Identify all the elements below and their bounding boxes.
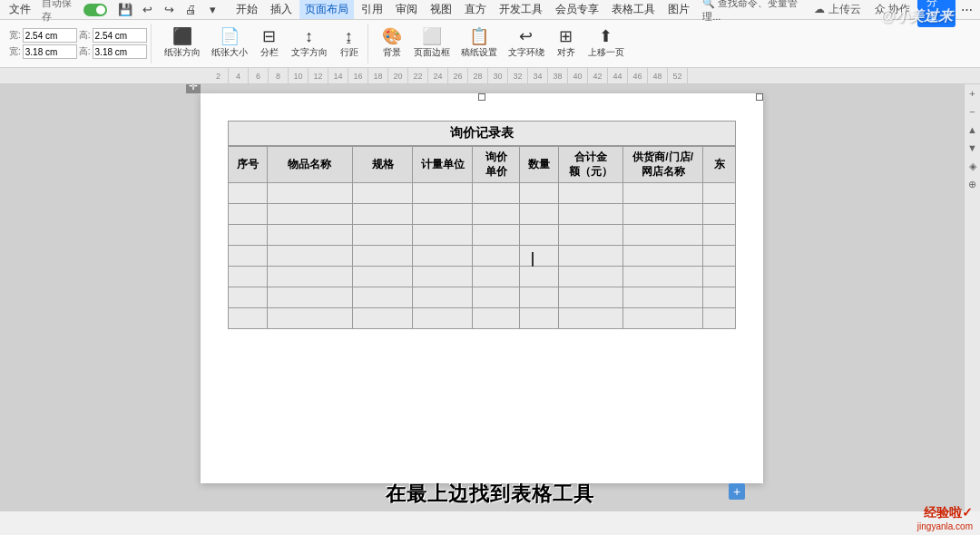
sidebar-scroll-up[interactable]: ▲ (966, 124, 979, 137)
table-cell[interactable] (520, 204, 559, 225)
table-cell[interactable] (353, 204, 413, 225)
table-cell[interactable] (267, 225, 353, 246)
table-cell[interactable] (520, 183, 559, 204)
table-cell[interactable] (473, 287, 520, 308)
table-cell[interactable] (622, 204, 703, 225)
table-cell[interactable] (703, 308, 736, 329)
menu-vip[interactable]: 会员专享 (550, 0, 604, 19)
sidebar-icon-2[interactable]: ⊕ (966, 179, 979, 191)
table-cell[interactable] (413, 204, 473, 225)
bg-btn[interactable]: 🎨 背景 (377, 25, 407, 62)
columns-btn[interactable]: ⊟ 分栏 (255, 25, 284, 62)
sidebar-zoom-out[interactable]: − (966, 106, 979, 119)
undo-icon[interactable]: ↩ (138, 2, 156, 18)
align-btn[interactable]: ⊞ 对齐 (552, 25, 581, 62)
table-cell[interactable] (622, 267, 703, 287)
table-cell[interactable] (267, 183, 353, 204)
table-cell[interactable] (229, 308, 268, 329)
table-cell[interactable] (267, 267, 353, 287)
menu-start[interactable]: 开始 (230, 0, 263, 19)
table-cell[interactable] (413, 267, 473, 287)
table-cell[interactable] (558, 246, 622, 267)
width-input[interactable] (23, 28, 77, 43)
table-cell[interactable] (229, 267, 268, 287)
table-cell[interactable] (558, 308, 622, 329)
table-cell[interactable] (703, 204, 736, 225)
menu-file[interactable]: 文件 (4, 0, 36, 19)
table-cell[interactable] (473, 204, 520, 225)
more-menu-icon[interactable]: ⋯ (957, 3, 976, 16)
menu-insert[interactable]: 插入 (265, 0, 298, 19)
table-cell[interactable] (703, 267, 736, 287)
table-cell[interactable] (520, 308, 559, 329)
menu-review[interactable]: 审阅 (390, 0, 423, 19)
table-cell[interactable] (413, 225, 473, 246)
table-cell[interactable] (622, 308, 703, 329)
table-cell[interactable] (353, 246, 413, 267)
text-wrap-btn[interactable]: ↩ 文字环绕 (505, 25, 548, 62)
save-icon[interactable]: 💾 (116, 2, 134, 18)
menu-reference[interactable]: 引用 (356, 0, 388, 19)
menu-view[interactable]: 视图 (425, 0, 457, 19)
table-cell[interactable] (520, 287, 559, 308)
more-icon[interactable]: ▾ (203, 2, 221, 18)
cloud-upload[interactable]: ☁ 上传云 (808, 0, 866, 19)
share-button[interactable]: 分享 (917, 0, 956, 27)
table-row[interactable] (229, 183, 736, 204)
resize-handle-topright[interactable] (756, 93, 763, 101)
menu-histogram[interactable]: 直方 (459, 0, 492, 19)
resize-handle-top[interactable] (478, 93, 485, 101)
table-cell[interactable] (353, 183, 413, 204)
table-cell[interactable] (229, 183, 268, 204)
table-cell[interactable] (413, 246, 473, 267)
table-cell[interactable] (229, 287, 268, 308)
table-cell[interactable] (413, 308, 473, 329)
table-cell[interactable] (229, 246, 268, 267)
page-border-btn[interactable]: ⬜ 页面边框 (410, 25, 454, 62)
table-cell[interactable] (558, 287, 622, 308)
table-cell[interactable] (703, 287, 736, 308)
menu-picture[interactable]: 图片 (662, 0, 695, 19)
table-cell[interactable] (703, 183, 736, 204)
table-cell[interactable] (558, 225, 622, 246)
table-cell[interactable] (558, 204, 622, 225)
menu-devtools[interactable]: 开发工具 (494, 0, 548, 19)
page-container[interactable]: ✛ 询价记录表 序号 物品名称 规格 计量单位 询价单价 (0, 84, 964, 511)
table-row[interactable] (229, 204, 736, 225)
table-cell[interactable] (473, 246, 520, 267)
width2-input[interactable] (23, 44, 77, 59)
table-row[interactable] (229, 225, 736, 246)
height-input[interactable] (93, 28, 147, 43)
table-cell[interactable] (622, 183, 703, 204)
table-cell[interactable] (267, 204, 353, 225)
table-cell[interactable] (473, 267, 520, 287)
table-cell[interactable] (622, 287, 703, 308)
table-cell[interactable] (520, 267, 559, 287)
table-cell[interactable] (353, 287, 413, 308)
page-size-btn[interactable]: 📄 纸张大小 (208, 25, 251, 62)
height2-input[interactable] (93, 44, 147, 59)
document-page[interactable]: ✛ 询价记录表 序号 物品名称 规格 计量单位 询价单价 (201, 93, 763, 483)
table-cell[interactable] (558, 267, 622, 287)
table-row[interactable] (229, 287, 736, 308)
redo-icon[interactable]: ↪ (160, 2, 178, 18)
table-cell[interactable] (267, 246, 353, 267)
table-cell[interactable] (413, 183, 473, 204)
sidebar-scroll-down[interactable]: ▼ (966, 142, 979, 155)
line-spacing-btn[interactable]: ↨ 行距 (335, 25, 364, 62)
table-cell[interactable] (229, 225, 268, 246)
sidebar-icon-1[interactable]: ◈ (966, 160, 979, 173)
table-row[interactable] (229, 246, 736, 267)
table-cell[interactable] (473, 183, 520, 204)
table-cell[interactable] (413, 287, 473, 308)
table-row[interactable] (229, 267, 736, 287)
table-cell[interactable] (353, 225, 413, 246)
table-cell[interactable] (267, 287, 353, 308)
table-cell[interactable] (703, 246, 736, 267)
text-dir-btn[interactable]: ↕ 文字方向 (288, 25, 331, 62)
table-cell[interactable] (473, 308, 520, 329)
menu-page-layout[interactable]: 页面布局 (299, 0, 354, 19)
draft-paper-btn[interactable]: 📋 稿纸设置 (457, 25, 501, 62)
table-cell[interactable] (267, 308, 353, 329)
table-cell[interactable] (703, 225, 736, 246)
